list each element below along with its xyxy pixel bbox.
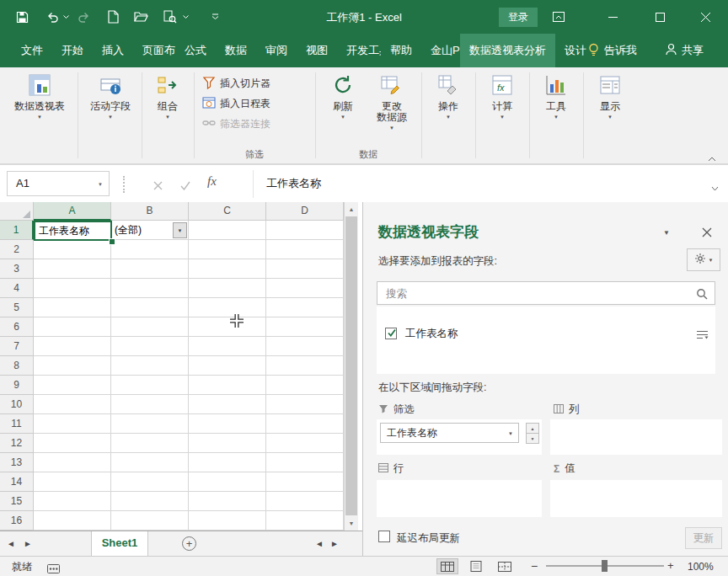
filters-drop-area[interactable]: 工作表名称 ▼ ▲ ▼: [377, 419, 542, 455]
grid-cells[interactable]: [34, 221, 344, 531]
cell-a1-selected[interactable]: 工作表名称: [34, 221, 112, 241]
hscroll-right-icon[interactable]: ►: [330, 539, 339, 548]
maximize-button[interactable]: [637, 0, 682, 34]
update-button[interactable]: 更新: [685, 527, 722, 549]
tab-home[interactable]: 开始: [52, 34, 93, 67]
add-sheet-button[interactable]: +: [182, 536, 196, 551]
show-button[interactable]: 显示 ▼: [588, 71, 632, 140]
tab-insert[interactable]: 插入: [93, 34, 133, 67]
minimize-button[interactable]: [590, 0, 635, 34]
row-header-14[interactable]: 14: [0, 472, 34, 492]
sheet-nav-left-icon[interactable]: ◄: [7, 539, 15, 548]
tab-view[interactable]: 视图: [297, 34, 337, 67]
insert-slicer-button[interactable]: 插入切片器: [202, 74, 270, 93]
scroll-down-icon[interactable]: ▼: [345, 516, 358, 530]
row-header-9[interactable]: 9: [0, 376, 34, 395]
tab-formulas[interactable]: 公式: [175, 34, 216, 67]
active-field-button[interactable]: 活动字段 ▼: [83, 71, 138, 140]
sheet-nav-right-icon[interactable]: ►: [24, 539, 32, 548]
field-checkbox[interactable]: [385, 328, 397, 339]
defer-layout-checkbox[interactable]: [378, 531, 390, 542]
ribbon-display-options-icon[interactable]: [549, 0, 568, 34]
row-header-8[interactable]: 8: [0, 356, 34, 376]
refresh-button[interactable]: 刷新 ▼: [320, 71, 366, 140]
enter-check-icon[interactable]: [180, 179, 190, 194]
row-header-6[interactable]: 6: [0, 317, 34, 337]
row-header-16[interactable]: 16: [0, 511, 34, 531]
column-header-b[interactable]: B: [111, 202, 189, 221]
normal-view-button[interactable]: [436, 558, 458, 574]
row-header-7[interactable]: 7: [0, 337, 34, 356]
sheet-tab-sheet1[interactable]: Sheet1: [91, 531, 148, 556]
pane-options-dropdown-icon[interactable]: ▼: [663, 229, 670, 237]
share-button[interactable]: 共享: [666, 34, 704, 67]
zoom-out-button[interactable]: −: [531, 559, 538, 573]
column-header-c[interactable]: C: [189, 202, 266, 221]
field-filter-menu-icon[interactable]: [696, 328, 709, 344]
tab-review[interactable]: 审阅: [256, 34, 297, 67]
field-row-worksheet-name[interactable]: 工作表名称: [377, 322, 715, 345]
select-all-corner[interactable]: [0, 202, 34, 221]
zoom-slider-thumb[interactable]: [602, 560, 608, 572]
page-layout-view-button[interactable]: [465, 558, 487, 574]
insert-function-button[interactable]: fx: [207, 174, 217, 189]
cell-b1-filter-dropdown[interactable]: ▼: [173, 222, 187, 238]
scroll-up-icon[interactable]: ▲: [345, 202, 358, 216]
tab-data[interactable]: 数据: [216, 34, 256, 67]
zoom-level[interactable]: 100%: [688, 561, 714, 573]
group-button[interactable]: 组合 ▼: [147, 71, 189, 140]
change-data-source-button[interactable]: 更改数据源 ▼: [367, 71, 416, 140]
fill-handle[interactable]: [109, 238, 115, 245]
row-header-12[interactable]: 12: [0, 434, 34, 453]
field-search-box[interactable]: [377, 281, 715, 305]
filter-connections-button[interactable]: 筛选器连接: [202, 115, 270, 134]
formula-bar-splitter[interactable]: [123, 176, 125, 193]
spinner-down-icon[interactable]: ▼: [526, 433, 539, 444]
tab-wps-pdf[interactable]: 金山PDF: [421, 34, 460, 67]
filter-field-item[interactable]: 工作表名称 ▼: [380, 423, 519, 443]
column-header-d[interactable]: D: [266, 202, 344, 221]
cell-b1[interactable]: (全部): [115, 223, 142, 237]
name-box-dropdown-icon[interactable]: ▼: [98, 182, 103, 187]
row-header-5[interactable]: 5: [0, 298, 34, 317]
tab-developer[interactable]: 开发工具: [337, 34, 381, 67]
row-header-3[interactable]: 3: [0, 259, 34, 279]
insert-timeline-button[interactable]: 插入日程表: [202, 94, 270, 114]
close-button[interactable]: [682, 0, 728, 34]
macro-record-icon[interactable]: [47, 562, 60, 576]
pane-tools-button[interactable]: ▼: [687, 248, 720, 271]
sign-in-button[interactable]: 登录: [499, 8, 538, 27]
columns-drop-area[interactable]: [550, 419, 722, 455]
row-header-1[interactable]: 1: [0, 221, 34, 240]
row-header-2[interactable]: 2: [0, 240, 34, 259]
row-header-10[interactable]: 10: [0, 395, 34, 414]
search-input[interactable]: [384, 283, 699, 305]
collapse-ribbon-icon[interactable]: [708, 150, 716, 165]
calculations-button[interactable]: fx 计算 ▼: [480, 71, 524, 140]
tab-help[interactable]: 帮助: [381, 34, 421, 67]
expand-formula-bar-icon[interactable]: [711, 179, 719, 195]
tools-button[interactable]: 工具 ▼: [534, 71, 578, 140]
formula-input[interactable]: 工作表名称: [266, 176, 321, 191]
tell-me-button[interactable]: 告诉我: [588, 34, 637, 67]
zoom-in-button[interactable]: +: [667, 559, 674, 572]
pane-close-icon[interactable]: [702, 226, 712, 241]
row-header-13[interactable]: 13: [0, 453, 34, 472]
filter-item-dropdown-icon[interactable]: ▼: [508, 424, 513, 443]
row-header-11[interactable]: 11: [0, 414, 34, 434]
actions-button[interactable]: 操作 ▼: [426, 71, 470, 140]
tab-file[interactable]: 文件: [12, 34, 52, 67]
name-box[interactable]: A1 ▼: [7, 171, 110, 196]
page-break-view-button[interactable]: [494, 558, 516, 574]
cancel-icon[interactable]: [153, 179, 163, 194]
rows-drop-area[interactable]: [377, 480, 542, 517]
row-header-15[interactable]: 15: [0, 492, 34, 511]
pivottable-button[interactable]: 数据透视表 ▼: [7, 71, 72, 140]
vertical-scrollbar[interactable]: ▲ ▼: [344, 202, 358, 531]
row-header-4[interactable]: 4: [0, 279, 34, 298]
column-header-a[interactable]: A: [34, 202, 111, 221]
tab-page-layout[interactable]: 页面布局: [133, 34, 175, 67]
hscroll-left-icon[interactable]: ◄: [315, 539, 324, 548]
values-drop-area[interactable]: [550, 480, 722, 517]
tab-pivottable-analyze[interactable]: 数据透视表分析: [460, 34, 555, 67]
